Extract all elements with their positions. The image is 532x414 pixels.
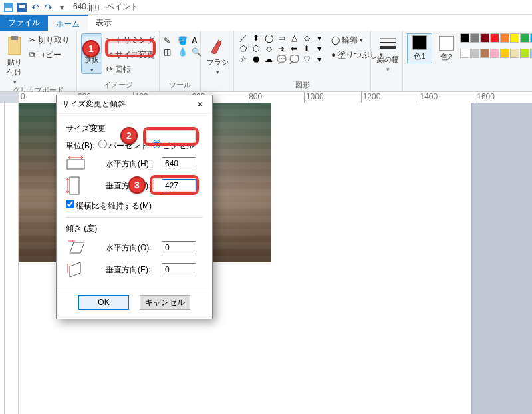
swatch[interactable] (490, 49, 499, 58)
brush-button[interactable]: ブラシ ▾ (205, 33, 230, 75)
tab-file[interactable]: ファイル (0, 15, 48, 31)
rotate-button[interactable]: ⟳回転 (104, 63, 158, 76)
color1-button[interactable]: 色1 (407, 33, 432, 63)
swatch[interactable] (460, 33, 469, 43)
swatch[interactable] (510, 33, 519, 43)
ruler-vertical (0, 103, 19, 414)
close-icon[interactable]: ✕ (194, 98, 207, 111)
rotate-icon: ⟳ (106, 65, 113, 74)
swatch[interactable] (470, 49, 479, 58)
group-image-label: イメージ (81, 80, 155, 90)
horizontal-input[interactable] (162, 157, 196, 170)
highlight-3 (150, 175, 199, 195)
linewidth-button[interactable]: 線の幅 ▾ (375, 33, 400, 73)
swatch[interactable] (520, 33, 529, 43)
eraser-icon[interactable]: ◫ (164, 47, 176, 57)
picker-icon[interactable]: 💧 (178, 47, 190, 57)
window-title: 640.jpg - ペイント (73, 1, 138, 13)
swatch[interactable] (480, 33, 489, 43)
redo-icon[interactable]: ↷ (43, 1, 55, 13)
undo-icon[interactable]: ↶ (29, 1, 41, 13)
swatch[interactable] (500, 33, 509, 43)
save-icon[interactable] (16, 1, 28, 13)
ok-button[interactable]: OK (78, 295, 129, 310)
tab-view[interactable]: 表示 (88, 15, 120, 31)
fill-icon: ● (331, 50, 336, 59)
menu-bar: ファイル ホーム 表示 (0, 15, 532, 31)
svg-rect-5 (11, 36, 18, 40)
dialog-title: サイズ変更と傾斜 (62, 99, 126, 110)
cut-button[interactable]: ✂切り取り (27, 33, 72, 47)
title-bar: ↶ ↷ ▾ 640.jpg - ペイント (0, 0, 532, 15)
group-shapes-label: 図形 (238, 80, 366, 90)
resize-skew-dialog: サイズ変更と傾斜 ✕ サイズ変更 単位(B): パーセント ピクセル 水平方向(… (56, 95, 213, 319)
copy-button[interactable]: ⧉コピー (27, 48, 72, 61)
copy-icon: ⧉ (29, 50, 35, 59)
skew-h-label: 水平方向(O): (106, 242, 158, 254)
tab-home[interactable]: ホーム (48, 15, 88, 31)
skew-v-label: 垂直方向(E): (106, 264, 158, 276)
svg-rect-10 (70, 177, 79, 194)
swatch[interactable] (510, 49, 519, 58)
aspect-checkbox[interactable]: 縦横比を維持する(M) (66, 200, 152, 212)
group-tool-label: ツール (164, 80, 196, 90)
skew-h-input[interactable] (162, 241, 196, 254)
cancel-button[interactable]: キャンセル (140, 295, 190, 310)
qat-dropdown-icon[interactable]: ▾ (56, 1, 68, 13)
ribbon: 貼り付け ▾ ✂切り取り ⧉コピー クリップボード 選択 ▾ ✂トリミング ⤢サ… (0, 31, 532, 92)
unit-label: 単位(B): (66, 140, 94, 152)
swatch[interactable] (490, 33, 499, 43)
outline-icon: ◯ (331, 35, 340, 45)
svg-rect-1 (5, 8, 12, 11)
skew-v-input[interactable] (162, 263, 196, 276)
highlight-2 (143, 127, 199, 146)
badge-1: 1 (82, 40, 100, 57)
swatch[interactable] (500, 49, 509, 58)
badge-2: 2 (120, 127, 138, 144)
badge-3: 3 (128, 176, 146, 194)
paste-button[interactable]: 貼り付け ▾ (4, 33, 25, 85)
app-icon (3, 1, 15, 13)
h-label: 水平方向(H): (106, 158, 158, 170)
shapes-gallery[interactable]: ／⬍◯▭△◇▾ ⬠⬡◇➔⬅⬆▾ ☆⬣☁💬💭♡▾ (238, 33, 325, 64)
pencil-icon[interactable]: ✎ (164, 36, 176, 45)
color2-button[interactable]: 色2 (434, 33, 459, 63)
svg-rect-9 (67, 160, 84, 169)
swatch[interactable] (480, 49, 489, 58)
bucket-icon[interactable]: 🪣 (178, 36, 190, 45)
swatch[interactable] (520, 49, 529, 58)
color-palette[interactable] (460, 33, 532, 63)
skew-legend: 傾き (度) (66, 223, 203, 234)
swatch[interactable] (460, 49, 469, 58)
svg-rect-3 (19, 5, 25, 8)
swatch[interactable] (470, 33, 479, 43)
scissors-icon: ✂ (29, 35, 36, 45)
highlight-1 (105, 39, 156, 57)
